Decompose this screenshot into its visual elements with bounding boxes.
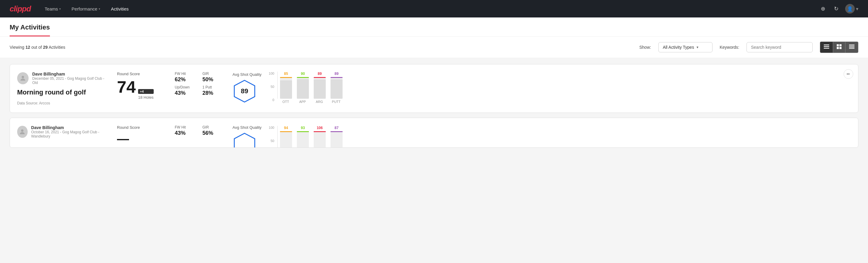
hexagon-value-1: 89 bbox=[241, 87, 248, 95]
hexagon-2 bbox=[232, 132, 256, 148]
gir-stat: GIR 50% bbox=[203, 71, 223, 83]
svg-rect-5 bbox=[837, 47, 839, 49]
avatar: 👤 bbox=[845, 4, 855, 13]
fw-hit-stat: FW Hit 62% bbox=[175, 71, 195, 83]
stats-section-1: FW Hit 62% GIR 50% Up/Down 43% 1 Putt 28… bbox=[175, 71, 223, 96]
list-view-toggle-1[interactable] bbox=[820, 42, 833, 53]
quality-section-1: Avg Shot Quality 89 100 50 0 bbox=[232, 71, 851, 104]
date-course-2: October 16, 2021 - Gog Magog Golf Club -… bbox=[31, 130, 107, 139]
gir-stat-2: GIR 56% bbox=[203, 125, 223, 136]
user-info-2: Dave Billingham October 16, 2021 - Gog M… bbox=[17, 125, 107, 139]
gir-label-2: GIR bbox=[203, 125, 223, 129]
activity-card-1: ✏ Dave Billingham December 05, 2021 - Go… bbox=[10, 64, 858, 113]
fw-hit-value-2: 43% bbox=[175, 130, 195, 136]
chart-col-arg-2: 106 bbox=[314, 126, 326, 148]
quality-section-2: Avg Shot Quality 100 50 0 bbox=[232, 125, 851, 148]
chart-area-1: 100 50 0 85 bbox=[269, 71, 851, 104]
grid-view-icon bbox=[837, 44, 841, 50]
refresh-icon[interactable]: ↻ bbox=[832, 4, 840, 13]
activities-container: ✏ Dave Billingham December 05, 2021 - Go… bbox=[0, 58, 868, 154]
user-details-1: Dave Billingham December 05, 2021 - Gog … bbox=[32, 71, 107, 85]
chart-area-2: 100 50 0 94 bbox=[269, 126, 851, 148]
page-header: My Activities bbox=[0, 18, 868, 37]
round-score-label-1: Round Score bbox=[117, 71, 165, 76]
activity-title-1: Morning round of golf bbox=[17, 88, 107, 96]
score-display-2: — bbox=[117, 132, 165, 146]
toolbar: Viewing 12 out of 29 Activities Show: Al… bbox=[0, 37, 868, 58]
avg-shot-label-2: Avg Shot Quality bbox=[232, 125, 262, 130]
col-label-app: APP bbox=[297, 100, 309, 104]
activity-card-2: Dave Billingham October 16, 2021 - Gog M… bbox=[10, 118, 858, 148]
user-name-1: Dave Billingham bbox=[32, 71, 107, 77]
add-icon[interactable]: ⊕ bbox=[819, 4, 827, 13]
round-score-section-2: Round Score — bbox=[117, 125, 165, 146]
compact-view-toggle[interactable] bbox=[845, 42, 858, 53]
gir-label: GIR bbox=[203, 71, 223, 76]
svg-rect-6 bbox=[839, 47, 841, 49]
chart-col-ott: 85 bbox=[280, 71, 292, 99]
chart-col-app: 90 bbox=[297, 71, 309, 99]
svg-point-11 bbox=[22, 76, 24, 78]
up-down-stat: Up/Down 43% bbox=[175, 85, 195, 96]
fw-hit-label: FW Hit bbox=[175, 71, 195, 76]
viewing-count-text: Viewing 12 out of 29 Activities bbox=[10, 45, 632, 50]
gir-value: 50% bbox=[203, 77, 223, 83]
compact-view-icon bbox=[849, 45, 855, 50]
nav-teams[interactable]: Teams ▾ bbox=[40, 4, 65, 14]
svg-point-13 bbox=[21, 129, 24, 132]
chart-col-ott-2: 94 bbox=[280, 126, 292, 148]
keywords-label: Keywords: bbox=[720, 45, 739, 50]
fw-hit-value: 62% bbox=[175, 77, 195, 83]
svg-rect-4 bbox=[839, 44, 841, 46]
performance-chevron-icon: ▾ bbox=[99, 7, 100, 10]
view-toggles bbox=[820, 41, 858, 53]
chart-col-putt: 89 bbox=[331, 71, 343, 99]
one-putt-label: 1 Putt bbox=[203, 85, 223, 89]
avatar-chevron-icon: ▾ bbox=[856, 6, 858, 12]
round-score-section-1: Round Score 74 +4 18 Holes bbox=[117, 71, 165, 99]
chart-col-putt-2: 87 bbox=[331, 126, 343, 148]
navbar: clippd Teams ▾ Performance ▾ Activities … bbox=[0, 0, 868, 18]
user-avatar-2 bbox=[17, 126, 28, 138]
user-avatar-1 bbox=[17, 72, 29, 84]
avg-shot-label-1: Avg Shot Quality bbox=[232, 72, 262, 77]
up-down-label: Up/Down bbox=[175, 85, 195, 89]
page-title: My Activities bbox=[10, 24, 50, 31]
search-input[interactable] bbox=[746, 42, 813, 52]
date-course-1: December 05, 2021 - Gog Magog Golf Club … bbox=[32, 77, 107, 85]
grid-view-toggle[interactable] bbox=[833, 42, 845, 53]
card-left-2: Dave Billingham October 16, 2021 - Gog M… bbox=[17, 125, 107, 142]
card-left-1: Dave Billingham December 05, 2021 - Gog … bbox=[17, 71, 107, 105]
chart-col-app-2: 93 bbox=[297, 126, 309, 148]
stats-section-2: FW Hit 43% GIR 56% bbox=[175, 125, 223, 136]
activity-type-chevron-icon: ▾ bbox=[696, 45, 699, 49]
svg-rect-8 bbox=[849, 46, 855, 46]
score-dash-2: — bbox=[117, 132, 129, 146]
one-putt-value: 28% bbox=[203, 90, 223, 96]
nav-performance[interactable]: Performance ▾ bbox=[67, 4, 104, 14]
hexagon-1: 89 bbox=[232, 79, 256, 103]
round-score-label-2: Round Score bbox=[117, 125, 165, 130]
user-info-1: Dave Billingham December 05, 2021 - Gog … bbox=[17, 71, 107, 85]
app-logo[interactable]: clippd bbox=[10, 4, 31, 13]
svg-rect-7 bbox=[849, 45, 855, 45]
score-number-1: 74 bbox=[117, 79, 136, 95]
col-label-arg: ARG bbox=[313, 100, 326, 104]
user-avatar-button[interactable]: 👤 ▾ bbox=[845, 4, 858, 13]
svg-rect-9 bbox=[849, 47, 855, 48]
page-title-wrap: My Activities bbox=[10, 18, 50, 36]
chart-y-axis-1: 100 50 0 bbox=[269, 71, 276, 102]
col-label-putt: PUTT bbox=[330, 100, 342, 104]
show-label: Show: bbox=[640, 45, 651, 50]
user-details-2: Dave Billingham October 16, 2021 - Gog M… bbox=[31, 125, 107, 139]
activity-type-dropdown[interactable]: All Activity Types ▾ bbox=[658, 42, 713, 52]
svg-rect-0 bbox=[824, 45, 829, 46]
score-display-1: 74 +4 18 Holes bbox=[117, 79, 165, 99]
teams-chevron-icon: ▾ bbox=[59, 7, 61, 10]
gir-value-2: 56% bbox=[203, 130, 223, 136]
score-badge-holes-1: +4 18 Holes bbox=[138, 89, 153, 99]
fw-hit-label-2: FW Hit bbox=[175, 125, 195, 129]
nav-items: Teams ▾ Performance ▾ Activities bbox=[40, 4, 809, 14]
nav-activities[interactable]: Activities bbox=[107, 4, 133, 14]
svg-rect-10 bbox=[849, 48, 855, 49]
